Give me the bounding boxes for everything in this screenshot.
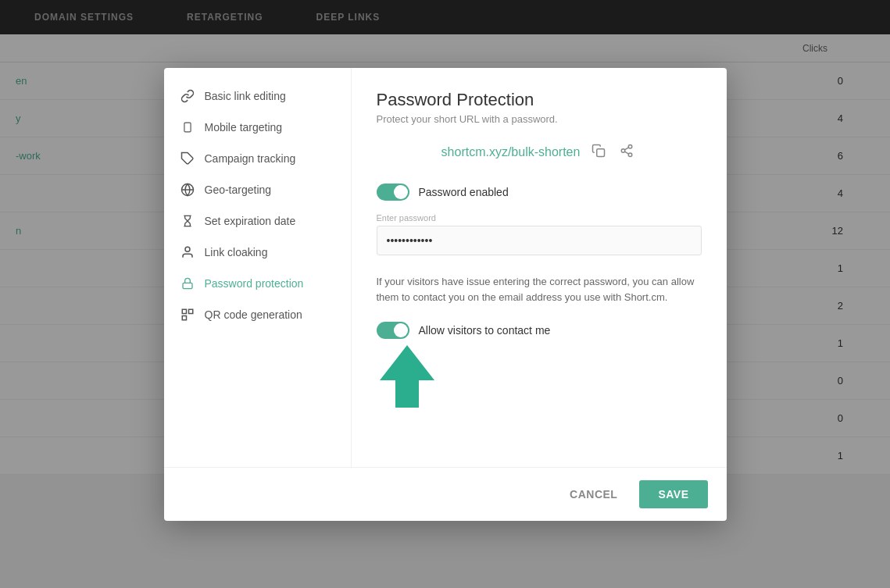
url-display-row: shortcm.xyz/bulk-shorten: [377, 144, 702, 162]
svg-line-23: [625, 151, 629, 154]
sidebar-item-qr-code-generation[interactable]: QR code generation: [164, 299, 351, 330]
svg-rect-7: [182, 309, 186, 313]
svg-rect-6: [183, 283, 192, 288]
cancel-button[interactable]: CANCEL: [557, 482, 630, 507]
password-enabled-toggle[interactable]: [377, 184, 409, 201]
save-button[interactable]: SAVE: [639, 480, 707, 508]
arrow-indicator: [380, 345, 434, 411]
link-icon: [180, 88, 195, 104]
person-icon: [180, 244, 195, 260]
sidebar-label-campaign-tracking: Campaign tracking: [205, 152, 296, 165]
modal-main-panel: Password Protection Protect your short U…: [352, 68, 727, 467]
password-input[interactable]: [377, 226, 702, 255]
modal-overlay: Basic link editing Mobile targeting Camp…: [0, 0, 890, 588]
sidebar-label-basic-link-editing: Basic link editing: [205, 90, 286, 102]
modal-sidebar: Basic link editing Mobile targeting Camp…: [164, 68, 352, 467]
modal-body: Basic link editing Mobile targeting Camp…: [164, 68, 727, 467]
mobile-icon: [180, 119, 195, 135]
sidebar-label-mobile-targeting: Mobile targeting: [205, 121, 283, 134]
sidebar-label-geo-targeting: Geo-targeting: [205, 184, 272, 196]
sidebar-item-campaign-tracking[interactable]: Campaign tracking: [164, 143, 351, 174]
sidebar-item-basic-link-editing[interactable]: Basic link editing: [164, 80, 351, 112]
svg-line-24: [625, 147, 629, 149]
qr-icon: [180, 307, 195, 323]
sidebar-item-password-protection[interactable]: Password protection: [164, 268, 351, 299]
svg-rect-19: [597, 148, 605, 156]
short-url[interactable]: shortcm.xyz/bulk-shorten: [441, 145, 581, 159]
svg-marker-25: [380, 345, 434, 408]
copy-icon[interactable]: [589, 144, 608, 162]
modal-subtitle: Protect your short URL with a password.: [377, 113, 702, 125]
sidebar-label-link-cloaking: Link cloaking: [205, 246, 268, 258]
password-field-label: Enter password: [377, 213, 702, 223]
info-text: If your visitors have issue entering the…: [377, 274, 702, 307]
sidebar-label-set-expiration-date: Set expiration date: [205, 215, 296, 227]
allow-contact-label: Allow visitors to contact me: [419, 324, 551, 337]
sidebar-label-qr-code-generation: QR code generation: [205, 308, 302, 321]
password-field-container: Enter password: [377, 213, 702, 274]
svg-point-22: [629, 153, 633, 157]
svg-point-21: [622, 148, 626, 152]
allow-contact-toggle[interactable]: [377, 322, 409, 339]
share-icon[interactable]: [617, 144, 636, 162]
sidebar-label-password-protection: Password protection: [205, 277, 304, 290]
modal-dialog: Basic link editing Mobile targeting Camp…: [164, 68, 727, 521]
svg-rect-9: [182, 315, 186, 319]
modal-footer: CANCEL SAVE: [164, 467, 727, 521]
sidebar-item-mobile-targeting[interactable]: Mobile targeting: [164, 112, 351, 143]
sidebar-item-geo-targeting[interactable]: Geo-targeting: [164, 174, 351, 205]
password-enabled-toggle-row: Password enabled: [377, 184, 702, 201]
hourglass-icon: [180, 213, 195, 229]
sidebar-item-link-cloaking[interactable]: Link cloaking: [164, 237, 351, 268]
svg-point-20: [629, 144, 633, 148]
allow-contact-toggle-row: Allow visitors to contact me: [377, 322, 702, 339]
lock-icon: [180, 276, 195, 291]
modal-title: Password Protection: [377, 90, 702, 110]
globe-icon: [180, 182, 195, 198]
tag-icon: [180, 151, 195, 166]
sidebar-item-set-expiration-date[interactable]: Set expiration date: [164, 205, 351, 237]
svg-rect-8: [188, 309, 192, 313]
svg-point-5: [185, 247, 190, 251]
password-enabled-label: Password enabled: [419, 186, 509, 198]
